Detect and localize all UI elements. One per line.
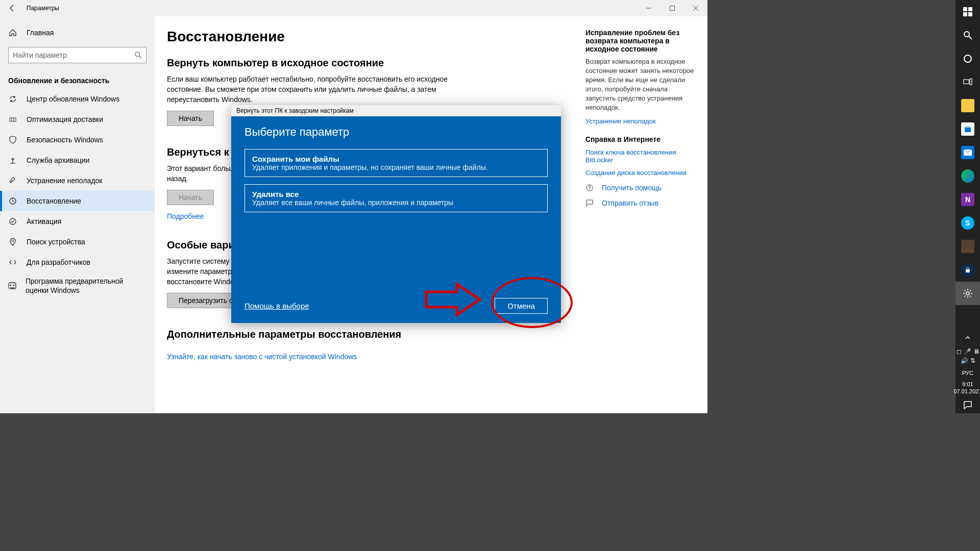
dialog-heading: Выберите параметр [244,126,548,139]
sidebar-item-troubleshoot[interactable]: Устранение неполадок [0,170,155,191]
option-remove-all-title: Удалить все [252,190,540,198]
aside-feedback[interactable]: Отправить отзыв [585,199,695,207]
option-keep-files-title: Сохранить мои файлы [252,155,540,163]
sidebar-item-label: Безопасность Windows [27,136,103,144]
taskbar-store[interactable] [955,117,980,141]
goback-more-link[interactable]: Подробнее [167,212,204,220]
aside-link-troubleshoot[interactable]: Устранение неполадок [585,117,695,125]
tray-monitor-icon[interactable]: 🖥 [973,348,979,355]
svg-rect-16 [968,7,972,11]
taskbar-cortana[interactable] [955,47,980,70]
system-tray[interactable]: ◻ 🎤 🖥 🔊 ⇅ [957,345,979,367]
insider-icon [8,282,16,290]
sidebar-item-recovery[interactable]: Восстановление [0,191,155,211]
help-icon: ? [585,184,595,192]
svg-rect-15 [963,7,967,11]
dialog-cancel-button[interactable]: Отмена [495,298,548,314]
tray-expand[interactable] [955,331,980,345]
search-input[interactable]: Найти параметр [8,47,146,63]
page-title: Восстановление [167,29,565,45]
svg-point-21 [964,55,971,62]
svg-point-26 [966,292,969,295]
back-button[interactable] [0,0,24,16]
svg-line-5 [139,56,141,58]
option-remove-all-desc: Удаляет все ваши личные файлы, приложени… [252,198,540,207]
taskbar-explorer[interactable] [955,94,980,117]
aside-heading-troubleshoot: Исправление проблем без возврата компьют… [585,29,695,53]
option-remove-all[interactable]: Удалить все Удаляет все ваши личные файл… [244,184,548,212]
sidebar-item-delivery-optimization[interactable]: Оптимизация доставки [0,109,155,130]
taskbar-lock[interactable] [955,258,980,282]
tray-date: 07.01.2021 [953,388,980,395]
sidebar-item-backup[interactable]: Служба архивации [0,150,155,170]
code-icon [8,258,17,266]
tray-network-icon[interactable]: ⇅ [970,357,975,364]
taskbar-edge[interactable] [955,164,980,188]
svg-rect-25 [966,269,970,272]
tray-volume-icon[interactable]: 🔊 [961,357,968,364]
close-button[interactable] [684,0,707,16]
sync-icon [8,95,17,103]
svg-rect-23 [970,79,972,84]
svg-rect-17 [963,12,967,16]
option-keep-files[interactable]: Сохранить мои файлы Удаляет приложения и… [244,149,548,177]
aside-get-help[interactable]: ? Получить помощь [585,184,695,192]
minimize-button[interactable] [637,0,660,16]
sidebar-home[interactable]: Главная [0,22,155,43]
sidebar-item-windows-security[interactable]: Безопасность Windows [0,130,155,150]
fresh-start-link[interactable]: Узнайте, как начать заново с чистой уста… [167,353,357,361]
check-icon [8,217,17,226]
section-reset-para: Если ваш компьютер работает нестабильно,… [167,74,453,105]
taskbar-onenote[interactable]: N [955,188,980,211]
taskbar: N S ◻ 🎤 🖥 🔊 ⇅ РУС 9:01 07.01.2021 [955,0,980,413]
tray-meet-icon[interactable]: ◻ [957,348,962,355]
sidebar-item-activation[interactable]: Активация [0,211,155,232]
action-center[interactable] [955,397,980,413]
window-title: Параметры [24,5,637,12]
reset-start-button[interactable]: Начать [167,111,214,126]
taskbar-app[interactable] [955,235,980,258]
aside-para-troubleshoot: Возврат компьютера в исходное состояние … [585,57,695,112]
wrench-icon [8,177,17,185]
tray-time: 9:01 [953,381,980,388]
sidebar-item-label: Служба архивации [27,156,89,164]
sidebar-item-label: Восстановление [27,197,81,205]
sidebar-item-label: Для разработчиков [27,258,90,266]
aside-link-bitlocker[interactable]: Поиск ключа восстановления BitLocker [585,148,695,164]
svg-rect-6 [10,118,16,121]
tray-clock[interactable]: 9:01 07.01.2021 [953,379,980,397]
sidebar-item-label: Устранение неполадок [27,177,102,185]
taskbar-search[interactable] [955,23,980,47]
aside-link-recovery-drive[interactable]: Создание диска восстановления [585,169,695,177]
sidebar-item-windows-update[interactable]: Центр обновления Windows [0,89,155,109]
taskbar-mail[interactable] [955,141,980,164]
maximize-button[interactable] [660,0,684,16]
section-more-title: Дополнительные параметры восстановления [167,329,565,340]
sidebar-item-find-device[interactable]: Поиск устройства [0,232,155,252]
tray-language[interactable]: РУС [955,367,980,379]
sidebar: Главная Найти параметр Обновление и безо… [0,16,155,413]
recovery-icon [8,197,17,205]
location-icon [8,238,17,246]
sidebar-home-label: Главная [27,29,54,37]
start-button[interactable] [955,0,980,23]
taskbar-settings[interactable] [955,282,980,305]
search-placeholder: Найти параметр [13,51,67,59]
svg-line-20 [969,36,972,39]
search-icon [135,52,142,59]
sidebar-item-developers[interactable]: Для разработчиков [0,252,155,272]
svg-point-11 [13,285,15,286]
delivery-icon [8,115,17,123]
sidebar-item-insider[interactable]: Программа предварительной оценки Windows [0,272,155,299]
taskbar-taskview[interactable] [955,70,980,94]
sidebar-item-label: Оптимизация доставки [27,115,103,123]
sidebar-section-header: Обновление и безопасность [0,71,155,89]
section-reset-title: Вернуть компьютер в исходное состояние [167,57,565,69]
taskbar-skype[interactable]: S [955,211,980,235]
svg-point-19 [964,32,969,37]
dialog-help-link[interactable]: Помощь в выборе [244,302,309,310]
backup-icon [8,156,17,164]
aside-feedback-label: Отправить отзыв [602,199,658,207]
tray-mic-icon[interactable]: 🎤 [964,348,971,355]
svg-point-4 [135,52,140,57]
